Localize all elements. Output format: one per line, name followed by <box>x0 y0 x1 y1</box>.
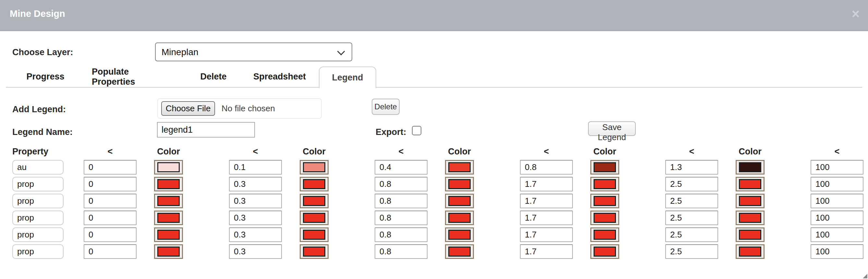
threshold-input[interactable] <box>84 244 136 259</box>
header-lt-3: < <box>520 147 573 157</box>
threshold-input[interactable] <box>229 227 282 242</box>
table-row <box>0 194 868 208</box>
property-input[interactable] <box>12 160 64 175</box>
color-swatch-button[interactable] <box>736 194 765 208</box>
color-swatch-button[interactable] <box>300 160 329 175</box>
save-legend-button[interactable]: Save Legend <box>588 121 636 136</box>
choose-file-button[interactable]: Choose File <box>161 101 215 116</box>
color-swatch-button[interactable] <box>590 227 619 242</box>
tab-legend[interactable]: Legend <box>319 66 376 88</box>
layer-select[interactable]: Mineplan <box>155 42 352 61</box>
property-input[interactable] <box>12 227 64 242</box>
legend-file-input[interactable]: Choose File No file chosen <box>157 98 322 119</box>
color-swatch-fill <box>448 196 471 206</box>
threshold-input[interactable] <box>665 160 718 175</box>
threshold-input[interactable] <box>375 177 428 191</box>
color-swatch-button[interactable] <box>736 160 765 175</box>
tab-progress[interactable]: Progress <box>26 66 65 87</box>
color-swatch-button[interactable] <box>154 177 183 191</box>
threshold-input[interactable] <box>520 160 573 175</box>
threshold-input[interactable] <box>375 227 428 242</box>
export-checkbox[interactable] <box>412 126 421 135</box>
mine-design-dialog: Mine Design × Choose Layer: Mineplan Pro… <box>0 0 868 279</box>
threshold-input[interactable] <box>811 160 864 175</box>
color-swatch-button[interactable] <box>736 227 765 242</box>
threshold-input[interactable] <box>811 227 864 242</box>
threshold-input[interactable] <box>811 244 864 259</box>
threshold-input[interactable] <box>229 211 282 225</box>
color-swatch-button[interactable] <box>590 211 619 225</box>
threshold-input[interactable] <box>520 211 573 225</box>
threshold-input[interactable] <box>229 244 282 259</box>
threshold-input[interactable] <box>375 211 428 225</box>
legend-name-input[interactable] <box>157 122 255 137</box>
threshold-input[interactable] <box>520 177 573 191</box>
color-swatch-fill <box>157 179 180 189</box>
threshold-input[interactable] <box>229 160 282 175</box>
color-swatch-button[interactable] <box>154 194 183 208</box>
color-swatch-button[interactable] <box>590 160 619 175</box>
threshold-input[interactable] <box>84 177 136 191</box>
color-swatch-button[interactable] <box>736 211 765 225</box>
color-swatch-button[interactable] <box>736 244 765 259</box>
color-swatch-button[interactable] <box>590 177 619 191</box>
threshold-input[interactable] <box>520 244 573 259</box>
tab-delete[interactable]: Delete <box>200 66 227 87</box>
color-swatch-fill <box>448 162 471 172</box>
color-swatch-button[interactable] <box>300 227 329 242</box>
property-input[interactable] <box>12 194 64 208</box>
property-input[interactable] <box>12 244 64 259</box>
property-input[interactable] <box>12 177 64 191</box>
color-swatch-button[interactable] <box>154 227 183 242</box>
color-swatch-button[interactable] <box>154 244 183 259</box>
header-color-3: Color <box>590 147 619 157</box>
delete-legend-button[interactable]: Delete <box>372 99 400 115</box>
close-icon[interactable]: × <box>851 7 860 21</box>
color-swatch-button[interactable] <box>445 227 474 242</box>
color-swatch-button[interactable] <box>300 177 329 191</box>
table-row <box>0 177 868 191</box>
color-swatch-button[interactable] <box>154 160 183 175</box>
color-swatch-button[interactable] <box>154 211 183 225</box>
threshold-input[interactable] <box>375 244 428 259</box>
threshold-input[interactable] <box>229 194 282 208</box>
color-swatch-fill <box>157 230 180 240</box>
threshold-input[interactable] <box>375 160 428 175</box>
color-swatch-button[interactable] <box>736 177 765 191</box>
threshold-input[interactable] <box>811 194 864 208</box>
color-swatch-button[interactable] <box>300 211 329 225</box>
threshold-input[interactable] <box>811 177 864 191</box>
header-lt-2: < <box>375 147 428 157</box>
threshold-input[interactable] <box>520 227 573 242</box>
color-swatch-button[interactable] <box>445 194 474 208</box>
resize-grip-icon[interactable] <box>863 274 867 278</box>
color-swatch-button[interactable] <box>300 244 329 259</box>
color-swatch-button[interactable] <box>590 244 619 259</box>
property-input[interactable] <box>12 211 64 225</box>
threshold-input[interactable] <box>665 244 718 259</box>
threshold-input[interactable] <box>665 211 718 225</box>
color-swatch-button[interactable] <box>590 194 619 208</box>
threshold-input[interactable] <box>84 194 136 208</box>
color-swatch-button[interactable] <box>300 194 329 208</box>
color-swatch-fill <box>594 213 616 223</box>
threshold-input[interactable] <box>665 177 718 191</box>
threshold-input[interactable] <box>811 211 864 225</box>
color-swatch-button[interactable] <box>445 211 474 225</box>
color-swatch-button[interactable] <box>445 177 474 191</box>
threshold-input[interactable] <box>84 227 136 242</box>
header-property: Property <box>12 147 64 157</box>
tab-spreadsheet[interactable]: Spreadsheet <box>253 66 306 87</box>
threshold-input[interactable] <box>375 194 428 208</box>
threshold-input[interactable] <box>229 177 282 191</box>
threshold-input[interactable] <box>84 160 136 175</box>
threshold-input[interactable] <box>665 194 718 208</box>
threshold-input[interactable] <box>665 227 718 242</box>
threshold-input[interactable] <box>84 211 136 225</box>
tab-populate-properties[interactable]: Populate Properties <box>92 66 172 87</box>
threshold-input[interactable] <box>520 194 573 208</box>
tabs-divider <box>6 87 862 88</box>
color-swatch-fill <box>303 213 326 223</box>
color-swatch-button[interactable] <box>445 244 474 259</box>
color-swatch-button[interactable] <box>445 160 474 175</box>
